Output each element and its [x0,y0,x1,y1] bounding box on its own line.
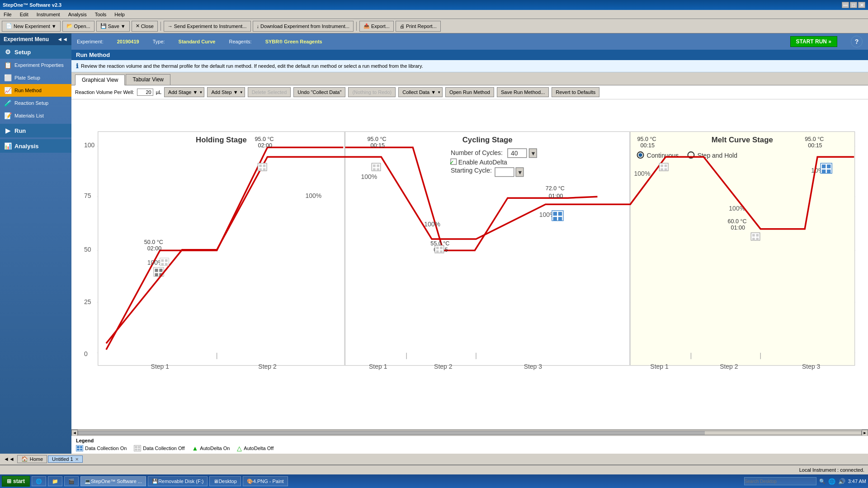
close-tab-button[interactable]: ✕ [75,457,79,462]
reaction-setup-icon: 🧪 [4,99,12,107]
sidebar-item-analysis[interactable]: 📊 Analysis [0,139,71,153]
taskbar-btn-media[interactable]: 🎬 [64,476,79,486]
svg-text:25: 25 [84,298,91,305]
legend-area: Legend Data Collection On [71,436,868,454]
help-button[interactable]: ? [851,36,863,47]
close-btn[interactable]: ✕ [858,2,865,8]
svg-text:Number of Cycles:: Number of Cycles: [451,149,503,156]
svg-text:Step 2: Step 2 [258,363,277,370]
svg-rect-10 [98,131,344,365]
svg-rect-98 [373,168,376,171]
tab-graphical-view[interactable]: Graphical View [75,75,125,85]
search-desktop-input[interactable] [744,477,816,485]
svg-text:Step 1: Step 1 [151,363,170,370]
close-button[interactable]: ✕ Close [132,21,158,32]
start-run-button[interactable]: START RUN » [790,36,837,47]
svg-rect-78 [553,217,557,221]
open-button[interactable]: 📂 Open... [62,21,94,32]
menu-file[interactable]: File [2,11,14,18]
svg-rect-49 [155,273,158,277]
scrollbar-track[interactable] [78,431,862,435]
reaction-volume-unit: µL [156,89,161,95]
download-experiment-button[interactable]: ↓ Download Experiment from Instrument... [253,21,354,32]
print-report-button[interactable]: 🖨 Print Report... [396,21,441,32]
add-stage-button[interactable]: Add Stage ▼ [164,87,204,97]
materials-list-icon: 📝 [4,112,12,120]
app-title: StepOne™ Software v2.3 [3,2,61,8]
svg-text:95.0 °C: 95.0 °C [637,136,656,142]
delete-selected-button[interactable]: Delete Selected [248,87,291,97]
chart-controls-row: Reaction Volume Per Well: µL Add Stage ▼… [71,85,868,99]
minimize-btn[interactable]: — [842,2,849,8]
menu-analysis[interactable]: Analysis [66,11,89,18]
scrollbar-thumb[interactable] [78,431,705,435]
type-label: Type: [153,39,165,44]
open-icon: 📂 [66,23,73,29]
run-method-icon: 📈 [4,86,12,94]
start-button[interactable]: ⊞ start [2,476,30,487]
sidebar-item-plate-setup[interactable]: ⬜ Plate Setup [0,71,71,84]
reagents-label: Reagents: [229,39,251,44]
svg-rect-107 [665,164,667,167]
svg-rect-84 [827,169,830,173]
menu-edit[interactable]: Edit [18,11,30,18]
scroll-left-button[interactable]: ◄ [71,430,78,436]
revert-to-defaults-button[interactable]: Revert to Defaults [552,87,599,97]
reaction-volume-input[interactable] [137,89,153,96]
svg-rect-77 [558,212,562,216]
plate-setup-icon: ⬜ [4,74,12,82]
sidebar-item-run-method[interactable]: 📈 Run Method [0,84,71,97]
open-run-method-button[interactable]: Open Run Method [445,87,494,97]
taskbar-btn-stepone[interactable]: 💻 StepOne™ Software ... [80,476,146,486]
sidebar-item-experiment-properties[interactable]: 📋 Experiment Properties [0,59,71,71]
svg-rect-99 [377,168,379,171]
home-tab[interactable]: 🏠 Home [17,455,47,463]
sidebar-item-materials-list[interactable]: 📝 Materials List [0,109,71,122]
taskbar-btn-paint[interactable]: 🎨 4.PNG - Paint [243,476,288,486]
experiment-properties-icon: 📋 [4,61,12,69]
svg-text:Step 2: Step 2 [720,363,738,370]
collapse-sidebar-button[interactable]: ◄◄ [57,36,68,42]
taskbar-btn-removable[interactable]: 💾 Removable Disk (F:) [148,476,208,486]
menu-instrument[interactable]: Instrument [35,11,62,18]
sidebar-item-run[interactable]: ▶ Run [0,124,71,137]
network-icon: 🌐 [828,478,835,485]
svg-rect-88 [161,263,164,266]
menu-help[interactable]: Help [113,11,127,18]
taskbar-btn-desktop[interactable]: 🖥 Desktop [209,476,241,486]
add-step-button[interactable]: Add Step ▼ [207,87,245,97]
home-icon: 🏠 [21,456,28,462]
save-run-method-button[interactable]: Save Run Method... [497,87,549,97]
thermal-profile-chart: 100 75 50 25 0 [71,99,868,429]
undo-button[interactable]: Undo "Collect Data" [293,87,345,97]
svg-rect-48 [159,269,162,272]
svg-text:Step 1: Step 1 [369,363,387,370]
svg-rect-102 [440,247,443,249]
scroll-right-button[interactable]: ► [862,430,868,436]
untitled-1-tab[interactable]: Untitled 1 ✕ [48,455,82,463]
svg-text:Melt Curve Stage: Melt Curve Stage [712,136,773,144]
svg-rect-108 [660,168,663,171]
export-button[interactable]: 📤 Export... [359,21,394,32]
collect-data-button[interactable]: Collect Data ▼ [398,87,443,97]
taskbar-btn-folder[interactable]: 📁 [48,476,62,486]
experiment-type: Standard Curve [179,39,216,44]
send-experiment-button[interactable]: → Send Experiment to Instrument... [164,21,251,32]
nothing-to-redo-button[interactable]: (Nothing to Redo) [348,87,396,97]
save-button[interactable]: 💾 Save ▼ [96,21,130,32]
taskbar-btn-ie[interactable]: 🌐 [32,476,46,486]
horizontal-scrollbar[interactable]: ◄ ► [71,429,868,436]
stepone-icon: 💻 [85,479,91,484]
window-controls[interactable]: — □ ✕ [842,2,865,8]
content-area: Experiment: 20190419 Type: Standard Curv… [71,33,868,454]
menu-tools[interactable]: Tools [93,11,108,18]
collapse-sidebar-bottom-icon[interactable]: ◄◄ [2,456,16,462]
status-bar: Local Instrument : connected. [0,465,868,474]
sidebar-item-reaction-setup[interactable]: 🧪 Reaction Setup [0,97,71,109]
maximize-btn[interactable]: □ [850,2,857,8]
new-experiment-button[interactable]: 📄 New Experiment ▼ [2,21,61,32]
data-collection-on-icon [76,445,83,451]
svg-text:00:15: 00:15 [808,142,822,149]
sidebar-item-setup[interactable]: ⚙ Setup [0,45,71,59]
tab-tabular-view[interactable]: Tabular View [126,74,170,85]
